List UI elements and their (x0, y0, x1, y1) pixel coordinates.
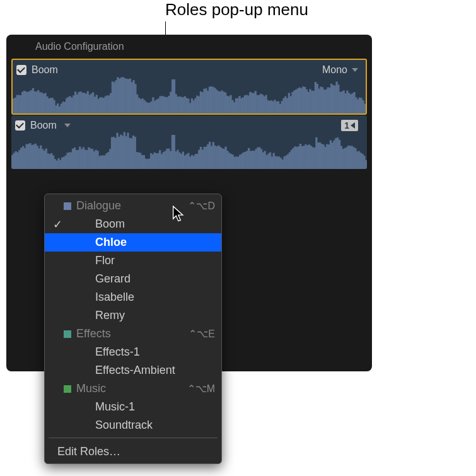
keyboard-shortcut: ⌃⌥E (189, 328, 215, 340)
role-color-swatch (64, 385, 71, 393)
panel-title: Audio Configuration (6, 35, 372, 59)
role-menu-item[interactable]: Isabelle (45, 288, 221, 306)
role-menu-item[interactable]: Gerard (45, 270, 221, 288)
role-dropdown-chevron-icon[interactable] (64, 124, 71, 127)
enable-checkbox[interactable] (16, 65, 26, 75)
callout-label: Roles pop-up menu (165, 0, 308, 20)
role-menu-item[interactable]: Music-1 (45, 398, 221, 416)
chevron-down-icon (352, 68, 358, 72)
component-name-label: Boom (30, 120, 57, 131)
keyboard-shortcut: ⌃⌥D (188, 200, 215, 212)
role-color-swatch (64, 330, 71, 338)
role-group-header: Dialogue ⌃⌥D (45, 197, 221, 215)
menu-separator (49, 438, 218, 438)
component-name-label: Boom (32, 64, 58, 76)
edit-roles-button[interactable]: Edit Roles… (45, 441, 221, 461)
svg-rect-399 (365, 160, 367, 169)
keyboard-shortcut: ⌃⌥M (187, 383, 215, 395)
waveform-display (13, 74, 366, 113)
audio-component[interactable]: Boom Mono (11, 59, 367, 115)
cursor-pointer-icon (171, 206, 187, 226)
role-menu-item[interactable]: Chloe (45, 233, 221, 252)
audio-configuration-panel: Audio Configuration Boom Mono Boom 1 Dia… (6, 35, 372, 371)
role-group-header: Effects ⌃⌥E (45, 325, 221, 343)
svg-rect-199 (364, 104, 366, 113)
enable-checkbox[interactable] (15, 120, 25, 131)
role-menu-item[interactable]: Effects-Ambient (45, 361, 221, 380)
audio-component[interactable]: Boom 1 (11, 115, 367, 169)
component-header: Boom Mono (13, 60, 366, 80)
role-menu-item[interactable]: Flor (45, 252, 221, 270)
component-header: Boom 1 (11, 115, 367, 136)
role-group-header: Music ⌃⌥M (45, 380, 221, 398)
waveform-display (11, 130, 367, 169)
roles-popup-menu[interactable]: Dialogue ⌃⌥D ✓ Boom Chloe Flor Gerard Is… (44, 194, 222, 464)
speaker-icon (351, 120, 355, 131)
role-color-swatch (64, 202, 71, 210)
role-menu-item[interactable]: Soundtrack (45, 416, 221, 434)
channel-config-dropdown[interactable]: Mono (322, 64, 358, 76)
role-menu-item[interactable]: Effects-1 (45, 343, 221, 361)
checkmark-icon: ✓ (51, 218, 64, 231)
role-menu-item[interactable]: Remy (45, 306, 221, 325)
role-menu-item[interactable]: ✓ Boom (45, 215, 221, 233)
channel-badge[interactable]: 1 (341, 120, 358, 131)
